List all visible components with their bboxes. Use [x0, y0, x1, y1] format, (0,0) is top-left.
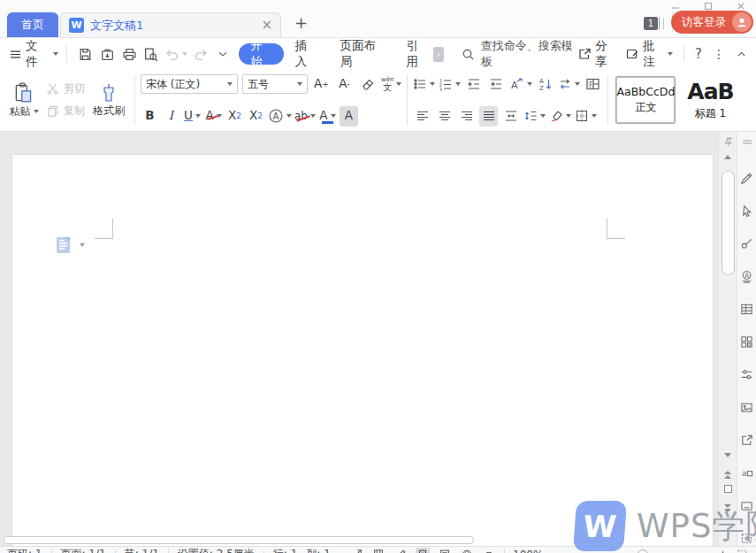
new-tab-button[interactable]: + [294, 15, 308, 31]
redo-button[interactable] [190, 43, 212, 65]
document-tab[interactable]: W 文字文稿1 × [60, 12, 281, 37]
char-shading-button[interactable]: A [340, 106, 358, 127]
borders-button[interactable] [575, 106, 597, 127]
line-spacing-button[interactable] [523, 106, 546, 127]
customize-toolbar-icon[interactable] [212, 43, 234, 65]
increase-indent-button[interactable] [486, 74, 505, 95]
outline-view-button[interactable] [438, 548, 452, 553]
chart-tool-icon[interactable] [740, 334, 754, 349]
italic-button[interactable]: I [162, 106, 180, 127]
tab-references[interactable]: 引用 [394, 43, 431, 65]
comment-button[interactable]: 批注 [625, 38, 673, 70]
justify-button[interactable] [479, 106, 498, 127]
scrollbar-thumb[interactable] [722, 171, 735, 275]
close-tab-icon[interactable]: × [261, 19, 272, 32]
fullscreen-button[interactable] [349, 548, 363, 553]
text-effects-button[interactable]: A [268, 106, 292, 127]
text-direction-button[interactable]: A [508, 74, 532, 95]
pinyin-guide-button[interactable]: wén文 [381, 74, 401, 95]
print-button[interactable] [118, 43, 141, 65]
copy-button[interactable]: 复制 [46, 100, 85, 122]
fit-page-button[interactable] [736, 548, 749, 553]
web-layout-button[interactable] [460, 548, 474, 553]
help-button[interactable]: ? [695, 46, 702, 62]
vertical-scrollbar[interactable] [718, 132, 737, 546]
format-painter-button[interactable]: 格式刷 [88, 81, 129, 120]
previous-page-button[interactable] [719, 471, 737, 479]
next-page-button[interactable] [719, 504, 737, 512]
eye-protection-button[interactable] [482, 548, 496, 553]
minimize-icon[interactable] [671, 2, 680, 11]
bold-button[interactable]: B [141, 106, 159, 127]
table-tool-icon[interactable] [740, 302, 754, 316]
save-button[interactable] [75, 43, 97, 65]
share-panel-icon[interactable] [740, 433, 754, 447]
subscript-button[interactable]: X2 [247, 106, 265, 127]
guest-login-button[interactable]: 访客登录 [671, 11, 753, 34]
tab-page-layout[interactable]: 页面布局 [328, 43, 394, 65]
zoom-in-button[interactable]: + [718, 549, 728, 553]
align-left-button[interactable] [413, 106, 431, 127]
notification-badge[interactable]: 1 [644, 17, 658, 30]
wordart-tool-icon[interactable]: A [740, 269, 754, 283]
align-right-button[interactable] [457, 106, 476, 127]
card-tool-icon[interactable] [740, 498, 754, 512]
font-size-select[interactable]: 五号 [242, 74, 308, 94]
pen-tool-icon[interactable] [740, 171, 754, 185]
horizontal-scrollbar[interactable] [4, 536, 474, 544]
tab-list-icon[interactable] [659, 18, 664, 29]
zoom-slider-knob[interactable] [638, 549, 648, 553]
paragraph-layout-button[interactable] [558, 74, 580, 95]
grow-font-button[interactable]: A+ [312, 74, 331, 95]
shrink-font-button[interactable]: A- [335, 74, 354, 95]
highlight-button[interactable]: ab [294, 106, 316, 127]
read-layout-button[interactable] [371, 548, 386, 553]
sort-button[interactable]: AZ [536, 74, 554, 95]
shading-button[interactable] [549, 106, 571, 127]
strikethrough-button[interactable]: A [204, 106, 223, 127]
scroll-down-arrow[interactable] [719, 453, 737, 457]
print-layout-button[interactable] [416, 548, 430, 553]
image-layout-icon[interactable] [740, 400, 754, 414]
tab-insert[interactable]: 插入 [284, 43, 329, 65]
file-menu[interactable]: 文件 [9, 38, 58, 70]
zoom-level-button[interactable]: 100% [513, 549, 551, 553]
underline-button[interactable]: U [183, 106, 202, 127]
paste-button[interactable]: 粘贴 [5, 80, 42, 121]
zoom-out-button[interactable]: − [559, 549, 569, 553]
cut-button[interactable]: 剪切 [46, 78, 85, 100]
align-center-button[interactable] [435, 106, 454, 127]
superscript-button[interactable]: X2 [225, 106, 244, 127]
collapse-ribbon-icon[interactable] [736, 49, 747, 60]
more-options-button[interactable]: ⋮ [713, 47, 725, 61]
tab-home-ribbon[interactable]: 开始 [239, 43, 284, 65]
panel-handle-icon[interactable] [737, 139, 756, 146]
decrease-indent-button[interactable] [464, 74, 483, 95]
select-browse-object-button[interactable] [719, 485, 737, 493]
ink-tool-button[interactable] [393, 548, 408, 553]
style-heading1[interactable]: AaB 标题 1 [677, 77, 743, 123]
command-search[interactable]: 查找命令、搜索模板 [462, 38, 577, 70]
document-assistant-button[interactable] [56, 236, 85, 254]
maximize-icon[interactable] [704, 2, 713, 11]
print-preview-button[interactable] [140, 43, 162, 65]
document-page[interactable] [12, 155, 713, 546]
export-pdf-button[interactable] [96, 43, 118, 65]
clear-format-button[interactable] [358, 74, 377, 95]
distribute-button[interactable] [501, 106, 520, 127]
home-tab[interactable]: 首页 [7, 12, 58, 37]
settings-sliders-icon[interactable] [740, 367, 754, 381]
close-window-icon[interactable] [737, 2, 745, 11]
undo-button[interactable] [162, 43, 190, 65]
style-normal[interactable]: AaBbCcDd 正文 [616, 77, 675, 123]
share-button[interactable]: 分享 [577, 38, 615, 70]
screenshot-tool-icon[interactable] [740, 531, 754, 545]
text-tool-button[interactable]: F [584, 74, 602, 95]
font-color-button[interactable]: A [318, 106, 337, 127]
numbering-button[interactable]: 123 [439, 74, 461, 95]
shape-tool-icon[interactable] [740, 236, 754, 250]
translate-tool-icon[interactable]: a [740, 465, 754, 480]
font-name-select[interactable]: 宋体 (正文) [141, 74, 238, 94]
select-cursor-icon[interactable] [740, 204, 754, 218]
more-tabs-button[interactable]: › [433, 47, 444, 62]
